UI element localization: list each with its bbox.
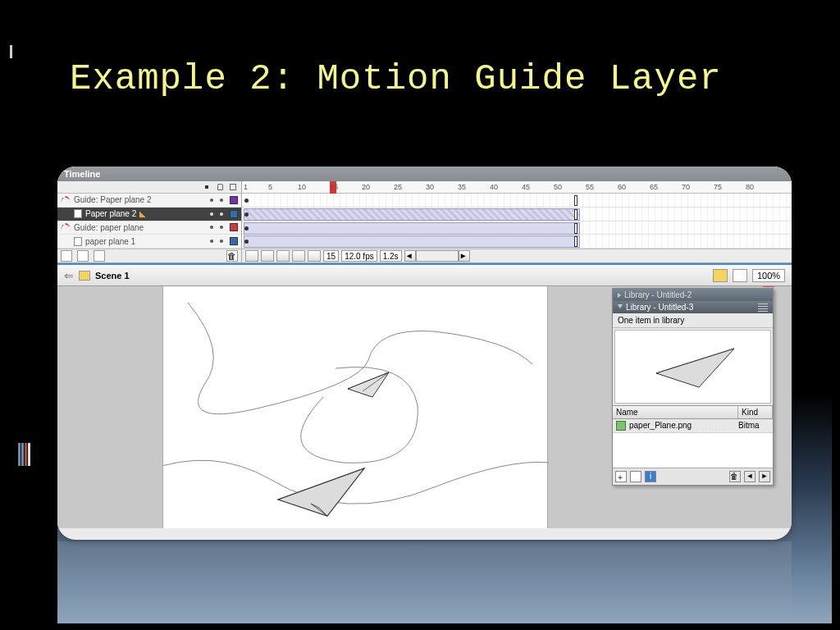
library-tab-label: Library - Untitled-3	[626, 303, 693, 312]
fps-field: 12.0 fps	[341, 250, 377, 262]
timeline-panel: Timeline Guide: Paper plane 2 Paper p	[57, 167, 792, 263]
column-kind[interactable]: Kind	[738, 406, 773, 418]
layer-label: Paper plane 2	[85, 209, 136, 218]
layer-paper-plane-2[interactable]: Paper plane 2	[57, 208, 241, 221]
lock-icon[interactable]	[217, 184, 223, 190]
svg-marker-7	[656, 349, 734, 387]
zoom-field[interactable]: 100%	[752, 269, 785, 282]
column-name[interactable]: Name	[613, 406, 738, 418]
chevron-down-icon	[618, 304, 623, 311]
slide-reflection	[57, 541, 792, 623]
slide-accent-mid	[18, 443, 31, 468]
bitmap-icon	[616, 421, 626, 431]
close-icon[interactable]: x	[763, 286, 774, 287]
library-panel[interactable]: x Library - Untitled-2 Library - Untitle…	[612, 288, 774, 486]
properties-button[interactable]: i	[645, 471, 656, 482]
edit-symbols-button[interactable]	[733, 269, 747, 282]
layer-paper-plane-1[interactable]: paper plane 1	[57, 235, 241, 249]
edit-scene-button[interactable]	[713, 269, 728, 282]
pencil-icon	[139, 211, 146, 217]
flash-app-window: Timeline Guide: Paper plane 2 Paper p	[57, 167, 792, 540]
layer-swatch	[230, 237, 238, 245]
layer-swatch	[230, 210, 238, 218]
modify-onion-markers-button[interactable]	[308, 250, 321, 262]
library-tab-untitled-3[interactable]: Library - Untitled-3	[613, 301, 773, 313]
center-frame-button[interactable]	[245, 250, 258, 262]
delete-button[interactable]: 🗑	[729, 471, 741, 482]
delete-layer-button[interactable]: 🗑	[226, 250, 238, 262]
layer-label: Guide: paper plane	[74, 223, 144, 232]
scene-name[interactable]: Scene 1	[95, 271, 130, 281]
edit-multiple-frames-button[interactable]	[292, 250, 305, 262]
library-preview	[614, 330, 771, 404]
frame-row-paper-plane-1[interactable]	[242, 235, 792, 249]
layer-label: Guide: Paper plane 2	[74, 195, 152, 204]
layer-swatch	[230, 223, 238, 231]
back-button[interactable]: ⇐	[64, 269, 74, 282]
guide-layer-icon	[61, 223, 71, 231]
timeline-ruler[interactable]: 15 1015 2025 3035 4045 5055 6065 7075 80	[242, 181, 792, 194]
library-columns-header[interactable]: Name Kind	[613, 406, 773, 419]
edit-bar: ⇐ Scene 1 100%	[57, 265, 792, 286]
guide-paths	[163, 286, 549, 528]
library-item-kind: Bitma	[738, 421, 769, 431]
frame-row-paper-plane-2[interactable]	[242, 208, 792, 221]
eye-icon[interactable]	[203, 183, 211, 191]
library-tab-label: Library - Untitled-2	[624, 290, 692, 299]
library-tab-untitled-2[interactable]: Library - Untitled-2	[613, 289, 773, 301]
scene-icon	[79, 271, 90, 281]
svg-marker-4	[278, 468, 364, 516]
timeline-title[interactable]: Timeline	[57, 167, 792, 181]
onion-skin-button[interactable]	[261, 250, 274, 262]
frame-row-guide[interactable]	[242, 221, 792, 235]
new-layer-button[interactable]	[61, 250, 72, 262]
library-item-name: paper_Plane.png	[629, 421, 738, 431]
layer-guide-paper-plane[interactable]: Guide: paper plane	[57, 221, 241, 235]
frames-footer: 15 12.0 fps 1.2s ◄►	[242, 249, 792, 262]
frame-row-guide-2[interactable]	[242, 194, 792, 208]
new-folder-button[interactable]	[94, 250, 105, 262]
onion-skin-outlines-button[interactable]	[276, 250, 290, 262]
library-list: Name Kind paper_Plane.png Bitma	[613, 405, 773, 468]
normal-layer-icon	[74, 237, 82, 246]
layers-column: Guide: Paper plane 2 Paper plane 2 Guide…	[57, 181, 242, 262]
outline-icon[interactable]	[230, 184, 236, 190]
layer-swatch	[230, 196, 238, 204]
slide-title: Example 2: Motion Guide Layer	[70, 57, 722, 100]
layers-footer: 🗑	[57, 249, 241, 262]
scroll-left-icon[interactable]: ◄	[744, 471, 756, 482]
layers-header-icons	[57, 181, 241, 194]
panel-menu-icon[interactable]	[758, 304, 768, 312]
library-footer: ＋ i 🗑 ◄ ►	[613, 468, 773, 485]
frames-area: 15 1015 2025 3035 4045 5055 6065 7075 80	[242, 181, 792, 262]
current-frame-field: 15	[323, 250, 339, 262]
chevron-right-icon	[618, 293, 621, 298]
new-guide-button[interactable]	[77, 250, 89, 262]
stage-canvas[interactable]	[162, 286, 548, 528]
new-symbol-button[interactable]: ＋	[615, 471, 627, 482]
library-empty-area	[613, 433, 773, 468]
svg-marker-1	[348, 372, 389, 397]
layer-label: paper plane 1	[85, 237, 135, 246]
scroll-right-icon[interactable]: ►	[759, 471, 770, 482]
guide-layer-icon	[61, 196, 71, 204]
stage-area: x Library - Untitled-2 Library - Untitle…	[57, 286, 792, 528]
library-item[interactable]: paper_Plane.png Bitma	[613, 419, 773, 433]
library-status: One item in library	[613, 313, 773, 328]
elapsed-field: 1.2s	[380, 250, 402, 262]
frames-scrollbar[interactable]: ◄►	[404, 250, 470, 262]
new-folder-button[interactable]	[630, 471, 641, 482]
normal-layer-icon	[74, 209, 82, 218]
slide-accent-top	[10, 45, 25, 58]
layer-guide-paper-plane-2[interactable]: Guide: Paper plane 2	[57, 194, 241, 208]
